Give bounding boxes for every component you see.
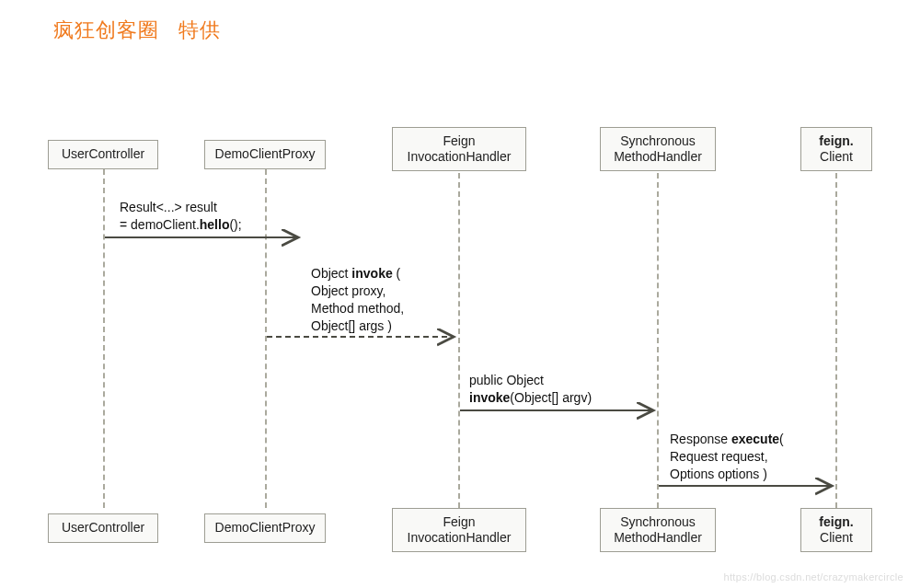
participant-usercontroller-bottom: UserController [48, 513, 158, 543]
participant-feignclient-top: feign. Client [800, 127, 872, 171]
lifeline-feignclient [835, 173, 837, 508]
lifeline-methodhandler [657, 173, 659, 508]
sequence-diagram: Result<...> result = demoClient.hello();… [0, 0, 909, 588]
lifeline-democlientproxy [265, 169, 267, 508]
participant-feign-bottom: Feign InvocationHandler [392, 508, 526, 552]
participant-feign-top: Feign InvocationHandler [392, 127, 526, 171]
msg-invoke-method: public Object invoke(Object[] argv) [469, 372, 592, 407]
msg-invoke-handler: Object invoke ( Object proxy, Method met… [311, 265, 404, 335]
participant-democlientproxy-bottom: DemoClientProxy [204, 513, 326, 543]
lifeline-usercontroller [103, 169, 105, 508]
lifeline-feign [458, 173, 460, 508]
participant-feignclient-bottom: feign. Client [800, 508, 872, 552]
msg-execute: Response execute( Request request, Optio… [670, 431, 784, 483]
participant-methodhandler-bottom: Synchronous MethodHandler [600, 508, 716, 552]
participant-democlientproxy-top: DemoClientProxy [204, 140, 326, 169]
participant-methodhandler-top: Synchronous MethodHandler [600, 127, 716, 171]
watermark: https://blog.csdn.net/crazymakercircle [724, 571, 903, 582]
participant-usercontroller-top: UserController [48, 140, 158, 169]
msg-hello: Result<...> result = demoClient.hello(); [120, 199, 242, 234]
